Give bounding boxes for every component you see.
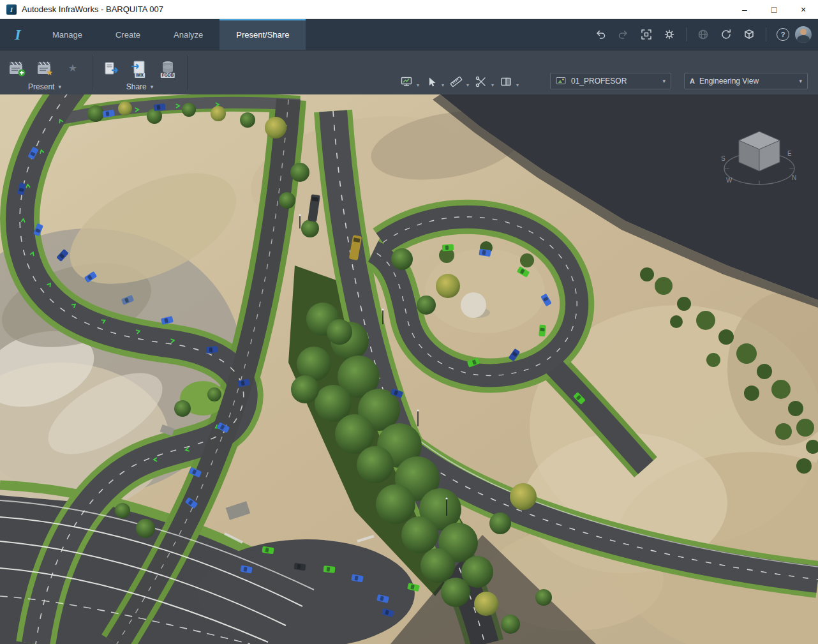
share-label[interactable]: Share xyxy=(126,82,147,91)
viewcube-east-label[interactable]: E xyxy=(787,150,792,157)
user-avatar[interactable] xyxy=(795,26,812,43)
tool-caret-icon[interactable]: ▾ xyxy=(516,82,519,88)
infraworks-logo-icon[interactable]: I xyxy=(0,19,36,50)
tab-analyze[interactable]: Analyze xyxy=(157,19,219,50)
proposal-chevron-icon: ▾ xyxy=(662,78,666,84)
export-imx-icon[interactable]: IMX xyxy=(130,58,150,79)
favorite-star-icon[interactable]: ★ xyxy=(63,58,83,79)
help-glyph: ? xyxy=(781,31,785,38)
tool-caret-icon[interactable]: ▾ xyxy=(466,82,469,88)
view-style-chevron-icon: ▾ xyxy=(799,78,802,84)
close-button[interactable]: × xyxy=(789,0,818,19)
export-fgdb-icon[interactable]: FGDB xyxy=(158,58,178,79)
toolbar-group-separator xyxy=(187,56,188,90)
tool-caret-icon[interactable]: ▾ xyxy=(442,82,444,88)
proposal-icon xyxy=(556,77,567,86)
viewcube-north-label[interactable]: N xyxy=(792,174,796,181)
tool-caret-icon[interactable]: ▾ xyxy=(491,82,494,88)
ribbon-tab-bar: I Manage Create Analyze Present/Share xyxy=(0,19,818,50)
viewcube[interactable]: S W N E xyxy=(721,123,798,194)
presentations-icon[interactable] xyxy=(34,58,55,79)
tab-create[interactable]: Create xyxy=(99,19,157,50)
minimize-button[interactable]: – xyxy=(730,0,759,19)
imx-chip-label: IMX xyxy=(135,73,145,78)
share-export-icon[interactable] xyxy=(101,58,122,79)
proposal-value: 01_PROFESOR xyxy=(571,77,627,86)
select-cursor-icon[interactable] xyxy=(422,73,441,91)
proposal-selector[interactable]: 01_PROFESOR ▾ xyxy=(550,73,671,89)
view-style-value: Engineering View xyxy=(699,77,759,86)
viewport-3d-scene xyxy=(0,94,818,644)
window-title: Autodesk InfraWorks - BARQUITA 007 xyxy=(22,4,163,14)
ribbon-quick-actions: ? xyxy=(590,19,818,50)
present-group: ★ Present ▾ xyxy=(0,50,89,95)
app-window: I Autodesk InfraWorks - BARQUITA 007 – □… xyxy=(0,0,818,644)
settings-gear-icon[interactable] xyxy=(658,24,680,45)
present-dropdown-chevron-icon[interactable]: ▾ xyxy=(58,84,61,90)
tab-manage[interactable]: Manage xyxy=(36,19,99,50)
view-style-icon: A xyxy=(690,77,695,85)
tab-present-share[interactable]: Present/Share xyxy=(219,19,306,50)
new-storyboard-icon[interactable] xyxy=(6,58,27,79)
undo-icon[interactable] xyxy=(590,24,611,45)
infraworks-app-icon: I xyxy=(6,4,17,15)
present-share-toolbar: ★ Present ▾ xyxy=(0,50,818,95)
viewport-tools: ▾ ▾ ▾ ▾ ▾ xyxy=(397,73,519,91)
measure-ruler-icon[interactable] xyxy=(447,73,466,91)
avatar-head xyxy=(800,29,807,35)
present-label[interactable]: Present xyxy=(28,82,54,91)
help-icon[interactable]: ? xyxy=(772,24,794,45)
tool-caret-icon[interactable]: ▾ xyxy=(417,82,419,88)
display-settings-icon[interactable] xyxy=(397,73,416,91)
zoom-extents-icon[interactable] xyxy=(636,24,657,45)
ribbon-separator xyxy=(686,27,687,41)
split-view-icon[interactable] xyxy=(496,73,516,91)
viewcube-west-label[interactable]: W xyxy=(726,177,732,184)
maximize-button[interactable]: □ xyxy=(759,0,789,19)
ribbon-separator xyxy=(766,27,766,41)
avatar-body xyxy=(797,35,810,43)
toolbar-group-separator xyxy=(92,56,93,90)
viewcube-south-label[interactable]: S xyxy=(721,155,725,162)
edit-tools-icon[interactable] xyxy=(472,73,491,91)
sync-refresh-icon[interactable] xyxy=(715,24,737,45)
globe-icon[interactable] xyxy=(692,24,714,45)
model-cube-icon[interactable] xyxy=(738,24,760,45)
fgdb-chip-label: FGDB xyxy=(161,73,175,78)
share-dropdown-chevron-icon[interactable]: ▾ xyxy=(151,84,154,90)
window-controls: – □ × xyxy=(730,0,818,19)
view-style-selector[interactable]: A Engineering View ▾ xyxy=(684,73,808,89)
title-bar: I Autodesk InfraWorks - BARQUITA 007 – □… xyxy=(0,0,818,19)
model-viewport-canvas[interactable]: S W N E xyxy=(0,94,818,644)
share-group: IMX FGDB Share ▾ xyxy=(95,50,184,95)
redo-icon[interactable] xyxy=(613,24,634,45)
